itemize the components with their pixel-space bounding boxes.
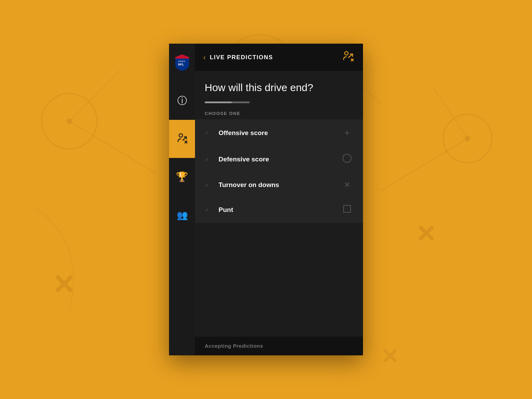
progress-bar-fill	[205, 101, 232, 103]
svg-line-6	[69, 121, 156, 173]
option-label-defensive: Defensive score	[219, 156, 341, 163]
trophy-icon: 🏆	[176, 172, 188, 182]
svg-line-8	[69, 69, 121, 121]
sidebar-item-users[interactable]: 👥	[169, 196, 195, 234]
header-left: ‹ LIVE PREDICTIONS	[203, 53, 273, 61]
choose-label: CHOOSE ONE	[205, 111, 353, 116]
nfl-shield-icon: ★★★★ NFL	[174, 54, 190, 72]
svg-text:NFL: NFL	[178, 63, 184, 66]
option-label-turnover: Turnover on downs	[219, 181, 341, 189]
svg-text:✕: ✕	[416, 221, 436, 248]
square-icon	[341, 205, 353, 215]
svg-text:✕: ✕	[381, 345, 398, 368]
content-area: How will this drive end? CHOOSE ONE ✓ Of…	[195, 71, 363, 337]
question-title: How will this drive end?	[205, 81, 353, 94]
svg-point-14	[179, 134, 183, 137]
users-icon: 👥	[177, 211, 188, 220]
plus-icon: +	[341, 127, 353, 138]
options-list: ✓ Offensive score + ✓ Defensive score ✓ …	[195, 119, 363, 223]
back-button[interactable]: ‹	[203, 53, 206, 61]
check-defensive: ✓	[205, 156, 213, 163]
predictions-icon	[177, 133, 188, 145]
svg-line-9	[433, 87, 468, 139]
svg-point-20	[345, 52, 348, 55]
sidebar-item-trophy[interactable]: 🏆	[169, 158, 195, 196]
check-turnover: ✓	[205, 182, 213, 188]
sidebar-item-nfl[interactable]: ★★★★ NFL	[169, 44, 195, 82]
svg-point-10	[66, 118, 72, 124]
check-punt: ✓	[205, 207, 213, 213]
option-offensive-score[interactable]: ✓ Offensive score +	[195, 119, 363, 146]
app-container: ★★★★ NFL ⓘ	[169, 44, 363, 355]
circle-icon	[341, 154, 353, 165]
header-title: LIVE PREDICTIONS	[210, 54, 273, 61]
svg-line-7	[381, 139, 468, 190]
svg-line-21	[348, 54, 353, 57]
header-predictions-icon[interactable]	[342, 51, 355, 64]
svg-point-11	[465, 136, 470, 141]
option-punt[interactable]: ✓ Punt	[195, 197, 363, 223]
option-turnover-on-downs[interactable]: ✓ Turnover on downs ✕	[195, 172, 363, 197]
check-offensive: ✓	[205, 130, 213, 136]
option-defensive-score[interactable]: ✓ Defensive score	[195, 146, 363, 172]
sidebar: ★★★★ NFL ⓘ	[169, 44, 195, 355]
info-icon: ⓘ	[177, 96, 187, 106]
footer: Accepting Predictions	[195, 337, 363, 355]
main-panel: ‹ LIVE PREDICTIONS How will this drive e…	[195, 44, 363, 355]
svg-text:✕: ✕	[52, 269, 75, 300]
svg-line-15	[183, 137, 186, 140]
accepting-predictions-label: Accepting Predictions	[205, 343, 263, 349]
option-label-offensive: Offensive score	[219, 129, 341, 137]
progress-bar-container	[205, 101, 250, 103]
svg-text:★★★★: ★★★★	[178, 60, 185, 62]
x-icon: ✕	[341, 180, 353, 189]
option-label-punt: Punt	[219, 206, 341, 214]
header: ‹ LIVE PREDICTIONS	[195, 44, 363, 71]
sidebar-item-info[interactable]: ⓘ	[169, 82, 195, 120]
sidebar-item-predictions[interactable]	[169, 120, 195, 158]
